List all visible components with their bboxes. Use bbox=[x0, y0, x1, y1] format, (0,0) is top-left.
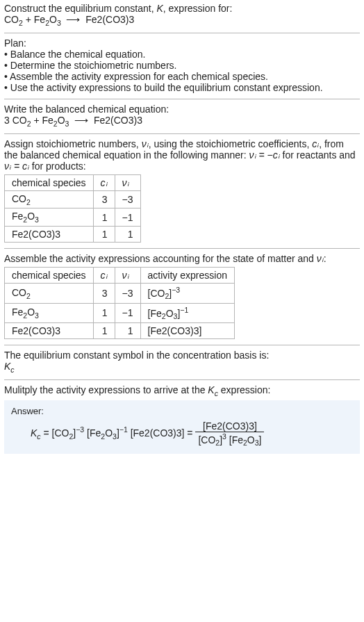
activity-table: chemical species cᵢ νᵢ activity expressi… bbox=[4, 267, 235, 339]
text: : bbox=[324, 253, 326, 264]
divider bbox=[4, 345, 360, 345]
cell-nu: −3 bbox=[115, 190, 140, 208]
cell-c: 3 bbox=[93, 190, 115, 208]
balanced-title: Write the balanced chemical equation: bbox=[4, 104, 360, 115]
cell-c: 1 bbox=[93, 208, 115, 227]
divider bbox=[4, 33, 360, 33]
col-c: cᵢ bbox=[93, 174, 115, 190]
stoich-text: Assign stoichiometric numbers, νᵢ, using… bbox=[4, 138, 360, 172]
cell-nu: −1 bbox=[115, 303, 140, 322]
col-expr: activity expression bbox=[140, 268, 234, 284]
cell-species: CO2 bbox=[5, 284, 94, 303]
final-text: Mulitply the activity expressions to arr… bbox=[4, 384, 360, 398]
table-row: CO2 3 −3 [CO2]−3 bbox=[5, 284, 235, 303]
stoich-section: Assign stoichiometric numbers, νᵢ, using… bbox=[4, 138, 360, 243]
table-row: Fe2(CO3)3 1 1 [Fe2(CO3)3] bbox=[5, 323, 235, 339]
plan-bullet: • Determine the stoichiometric numbers. bbox=[4, 60, 360, 71]
cell-species: Fe2O3 bbox=[5, 208, 94, 227]
table-header-row: chemical species cᵢ νᵢ activity expressi… bbox=[5, 268, 235, 284]
activity-section: Assemble the activity expressions accoun… bbox=[4, 253, 360, 339]
table-row: Fe2O3 1 −1 bbox=[5, 208, 141, 227]
answer-box: Answer: Kc = [CO2]−3 [Fe2O3]−1 [Fe2(CO3)… bbox=[4, 400, 360, 454]
cell-nu: −3 bbox=[115, 284, 140, 303]
nu-i: νᵢ bbox=[142, 138, 149, 149]
table-header-row: chemical species cᵢ νᵢ bbox=[5, 174, 141, 190]
stoich-table: chemical species cᵢ νᵢ CO2 3 −3 Fe2O3 1 … bbox=[4, 174, 141, 243]
cell-species: Fe2O3 bbox=[5, 303, 94, 322]
plan-bullet: • Balance the chemical equation. bbox=[4, 49, 360, 60]
text: Assign stoichiometric numbers, bbox=[4, 138, 142, 149]
text: for products: bbox=[29, 161, 86, 172]
text: Assemble the activity expressions accoun… bbox=[4, 253, 317, 264]
col-c: cᵢ bbox=[93, 268, 115, 284]
col-species: chemical species bbox=[5, 174, 94, 190]
basis-text: The equilibrium constant symbol in the c… bbox=[4, 350, 360, 361]
divider bbox=[4, 99, 360, 99]
fraction: [Fe2(CO3)3] [CO2]3 [Fe2O3] bbox=[195, 420, 264, 447]
unbalanced-equation: CO2 + Fe2O3 ⟶ Fe2(CO3)3 bbox=[4, 14, 360, 27]
cell-c: 3 bbox=[93, 284, 115, 303]
cell-c: 1 bbox=[93, 303, 115, 322]
plan-bullet: • Use the activity expressions to build … bbox=[4, 82, 360, 93]
frac-denominator: [CO2]3 [Fe2O3] bbox=[195, 432, 264, 447]
plan: Plan: • Balance the chemical equation. •… bbox=[4, 38, 360, 93]
basis-symbol: Kc bbox=[4, 361, 360, 374]
table-row: Fe2(CO3)3 1 1 bbox=[5, 227, 141, 243]
cell-species: CO2 bbox=[5, 190, 94, 208]
prompt: Construct the equilibrium constant, K, e… bbox=[4, 3, 360, 27]
cell-expr: [Fe2O3]−1 bbox=[140, 303, 234, 322]
cell-nu: 1 bbox=[115, 227, 140, 243]
divider bbox=[4, 248, 360, 249]
cell-expr: [Fe2(CO3)3] bbox=[140, 323, 234, 339]
cell-c: 1 bbox=[93, 227, 115, 243]
balanced-section: Write the balanced chemical equation: 3 … bbox=[4, 104, 360, 128]
cell-species: Fe2(CO3)3 bbox=[5, 227, 94, 243]
divider bbox=[4, 133, 360, 134]
col-species: chemical species bbox=[5, 268, 94, 284]
cell-c: 1 bbox=[93, 323, 115, 339]
prompt-text: Construct the equilibrium constant, K, e… bbox=[4, 3, 232, 14]
cell-nu: −1 bbox=[115, 208, 140, 227]
plan-title: Plan: bbox=[4, 38, 360, 49]
nu-i: νᵢ bbox=[317, 253, 324, 264]
text: for reactants and bbox=[280, 149, 356, 161]
plan-bullet: • Assemble the activity expression for e… bbox=[4, 71, 360, 82]
text: , using the stoichiometric coefficients, bbox=[149, 138, 313, 149]
activity-title: Assemble the activity expressions accoun… bbox=[4, 253, 360, 264]
basis-section: The equilibrium constant symbol in the c… bbox=[4, 350, 360, 374]
cell-expr: [CO2]−3 bbox=[140, 284, 234, 303]
cell-species: Fe2(CO3)3 bbox=[5, 323, 94, 339]
frac-numerator: [Fe2(CO3)3] bbox=[195, 420, 264, 432]
table-row: CO2 3 −3 bbox=[5, 190, 141, 208]
col-nu: νᵢ bbox=[115, 268, 140, 284]
answer-expression: Kc = [CO2]−3 [Fe2O3]−1 [Fe2(CO3)3] = [Fe… bbox=[11, 420, 353, 447]
c-i: cᵢ bbox=[312, 138, 319, 149]
col-nu: νᵢ bbox=[115, 174, 140, 190]
rel-react: νᵢ = −cᵢ bbox=[249, 149, 280, 161]
cell-nu: 1 bbox=[115, 323, 140, 339]
table-row: Fe2O3 1 −1 [Fe2O3]−1 bbox=[5, 303, 235, 322]
balanced-equation: 3 CO2 + Fe2O3 ⟶ Fe2(CO3)3 bbox=[4, 115, 360, 128]
rel-prod: νᵢ = cᵢ bbox=[4, 161, 29, 172]
answer-label: Answer: bbox=[11, 406, 353, 416]
divider bbox=[4, 379, 360, 380]
final-section: Mulitply the activity expressions to arr… bbox=[4, 384, 360, 454]
